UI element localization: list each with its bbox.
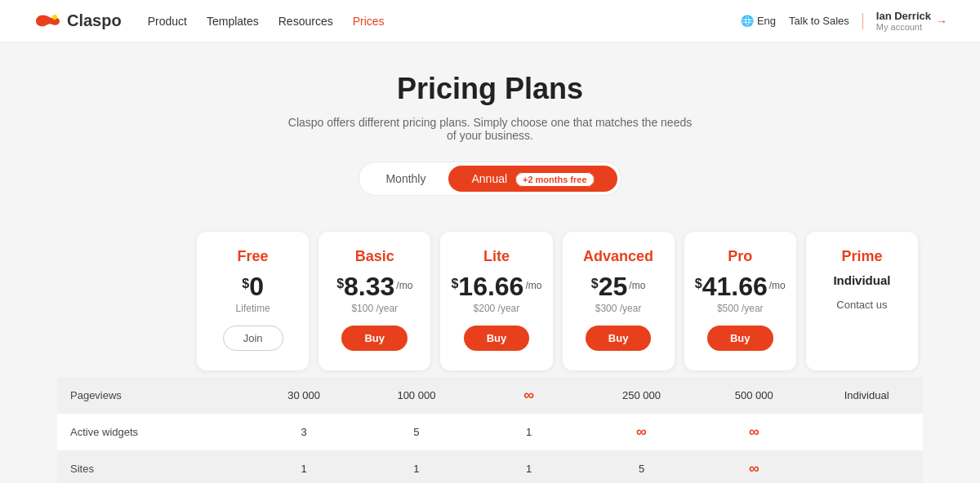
plan-card-prime: Prime Individual Contact us xyxy=(806,232,918,370)
billing-toggle: Monthly Annual +2 months free xyxy=(359,162,621,196)
feature-value: 1 xyxy=(473,414,586,450)
feature-row: Sites1115∞ xyxy=(57,450,923,483)
basic-buy-button[interactable]: Buy xyxy=(341,326,408,351)
logo-text: Claspo xyxy=(67,11,122,30)
plan-name-pro: Pro xyxy=(728,248,752,265)
pro-buy-button[interactable]: Buy xyxy=(707,326,773,351)
feature-value: 3 xyxy=(247,414,360,450)
user-name: Ian Derrick xyxy=(876,10,931,22)
plan-price-sub-pro: $500 /year xyxy=(717,303,764,314)
nav-prices[interactable]: Prices xyxy=(353,15,385,28)
features-section: Pageviews30 000100 000∞250 000500 000Ind… xyxy=(41,377,939,483)
user-menu[interactable]: Ian Derrick My account → xyxy=(876,10,947,32)
logo[interactable]: Claspo xyxy=(33,11,122,30)
feature-value: 30 000 xyxy=(247,377,360,414)
feature-row: Pageviews30 000100 000∞250 000500 000Ind… xyxy=(57,377,923,414)
plan-name-basic: Basic xyxy=(355,248,394,265)
page-title: Pricing Plans xyxy=(16,72,964,106)
nav-product[interactable]: Product xyxy=(148,15,187,28)
plan-price-sub-basic: $100 /year xyxy=(351,303,398,314)
feature-value: 250 000 xyxy=(586,377,698,414)
monthly-option[interactable]: Monthly xyxy=(363,166,448,192)
logout-icon: → xyxy=(936,15,947,28)
feature-label: Sites xyxy=(57,450,247,483)
plan-name-advanced: Advanced xyxy=(583,248,653,265)
hero-subtitle: Claspo offers different pricing plans. S… xyxy=(286,116,694,142)
plan-price-basic: $ 8.33 /mo xyxy=(336,273,412,299)
features-table: Pageviews30 000100 000∞250 000500 000Ind… xyxy=(57,377,923,483)
plan-price-sub-lite: $200 /year xyxy=(474,303,520,314)
feature-value: ∞ xyxy=(473,377,586,414)
feature-value: ∞ xyxy=(586,414,698,450)
plan-price-lite: $ 16.66 /mo xyxy=(451,273,541,299)
feature-value: 1 xyxy=(247,450,360,483)
svg-point-0 xyxy=(52,15,57,20)
user-account-label: My account xyxy=(876,22,931,32)
plan-name-prime: Prime xyxy=(841,248,882,265)
prime-contact-button[interactable]: Contact us xyxy=(836,299,887,311)
talk-to-sales-link[interactable]: Talk to Sales xyxy=(789,15,849,27)
plan-card-free: Free $ 0 Lifetime Join xyxy=(197,232,309,370)
logo-icon xyxy=(33,12,62,30)
feature-value xyxy=(810,414,923,450)
hero-section: Pricing Plans Claspo offers different pr… xyxy=(0,42,980,232)
plan-name-free: Free xyxy=(238,248,269,265)
feature-value: 100 000 xyxy=(360,377,473,414)
plan-lifetime-free: Lifetime xyxy=(236,303,270,314)
plan-price-advanced: $ 25 /mo xyxy=(591,273,646,299)
pricing-section: Free $ 0 Lifetime Join Basic $ 8.33 /mo … xyxy=(41,232,939,370)
nav-right: 🌐 Eng Talk to Sales Ian Derrick My accou… xyxy=(741,10,947,32)
feature-value: ∞ xyxy=(697,450,810,483)
plan-individual-label: Individual xyxy=(833,273,890,287)
feature-row: Active widgets351∞∞ xyxy=(57,414,923,450)
feature-value: 500 000 xyxy=(697,377,810,414)
nav-templates[interactable]: Templates xyxy=(207,15,259,28)
feature-value: 5 xyxy=(360,414,473,450)
plan-price-pro: $ 41.66 /mo xyxy=(695,273,786,299)
navbar: Claspo Product Templates Resources Price… xyxy=(0,0,980,42)
feature-value xyxy=(810,450,923,483)
plan-price-sub-advanced: $300 /year xyxy=(595,303,642,314)
nav-resources[interactable]: Resources xyxy=(278,15,333,28)
plan-card-basic: Basic $ 8.33 /mo $100 /year Buy xyxy=(318,232,430,370)
plan-name-lite: Lite xyxy=(483,248,510,265)
feature-label: Active widgets xyxy=(57,414,247,450)
free-join-button[interactable]: Join xyxy=(223,326,283,351)
lang-label: Eng xyxy=(757,15,776,27)
lite-buy-button[interactable]: Buy xyxy=(464,326,530,351)
plan-card-pro: Pro $ 41.66 /mo $500 /year Buy xyxy=(684,232,796,370)
annual-option[interactable]: Annual +2 months free xyxy=(448,166,617,192)
plan-card-lite: Lite $ 16.66 /mo $200 /year Buy xyxy=(440,232,552,370)
feature-value: ∞ xyxy=(697,414,810,450)
feature-label: Pageviews xyxy=(57,377,247,414)
plan-price-free: $ 0 xyxy=(242,273,264,299)
feature-value: 1 xyxy=(473,450,586,483)
nav-divider xyxy=(862,13,863,29)
feature-value: 1 xyxy=(360,450,473,483)
advanced-buy-button[interactable]: Buy xyxy=(586,326,652,351)
feature-value: Individual xyxy=(810,377,923,414)
annual-badge: +2 months free xyxy=(515,172,595,187)
plan-label-spacer xyxy=(57,232,192,370)
globe-icon: 🌐 xyxy=(741,15,754,27)
language-button[interactable]: 🌐 Eng xyxy=(741,15,776,27)
nav-links: Product Templates Resources Prices xyxy=(148,15,741,28)
feature-value: 5 xyxy=(586,450,698,483)
plan-card-advanced: Advanced $ 25 /mo $300 /year Buy xyxy=(563,232,675,370)
